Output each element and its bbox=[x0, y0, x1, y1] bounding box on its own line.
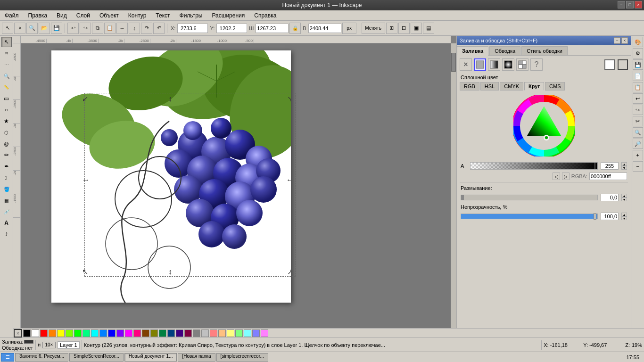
palette-pink[interactable] bbox=[210, 329, 217, 337]
palette-green[interactable] bbox=[74, 329, 82, 337]
menu-text[interactable]: Текст bbox=[153, 11, 173, 20]
tool-text[interactable]: A bbox=[1, 218, 12, 228]
tb-undo[interactable]: ↩ bbox=[67, 23, 79, 34]
tool-calligraphy[interactable]: ℐ bbox=[1, 173, 12, 183]
taskbar-item-4[interactable]: [Новая папка bbox=[178, 353, 215, 362]
palette-teal[interactable] bbox=[159, 329, 166, 337]
menu-view[interactable]: Вид bbox=[54, 11, 70, 20]
palette-silver[interactable] bbox=[201, 329, 209, 337]
ri-btn5[interactable]: ↩ bbox=[633, 93, 643, 104]
alpha-input[interactable] bbox=[601, 162, 619, 170]
menu-object[interactable]: Объект bbox=[97, 11, 122, 20]
palette-spring[interactable] bbox=[83, 329, 90, 337]
tool-star[interactable]: ★ bbox=[1, 116, 12, 126]
start-button[interactable]: ☰ bbox=[1, 353, 14, 362]
fill-flat-btn[interactable] bbox=[474, 58, 486, 71]
palette-magenta[interactable] bbox=[125, 329, 132, 337]
opacity-down[interactable]: ▼ bbox=[621, 216, 627, 220]
ri-btn10[interactable]: + bbox=[633, 150, 643, 160]
tb-open[interactable]: 📂 bbox=[39, 23, 50, 34]
next-color-btn[interactable]: ▷ bbox=[562, 173, 570, 180]
opacity-input[interactable] bbox=[601, 213, 619, 220]
tb-save[interactable]: 💾 bbox=[51, 23, 62, 34]
palette-peach[interactable] bbox=[218, 329, 226, 337]
ri-btn6[interactable]: ↪ bbox=[633, 105, 643, 115]
tab-fill[interactable]: Заливка bbox=[457, 46, 488, 56]
palette-lightyellow[interactable] bbox=[227, 329, 234, 337]
taskbar-item-1[interactable]: Занятие 6. Рисуем... bbox=[15, 353, 68, 362]
stroke-stroke-indicator[interactable] bbox=[618, 59, 628, 70]
palette-olive[interactable] bbox=[150, 329, 158, 337]
menu-help[interactable]: Справка bbox=[251, 11, 279, 20]
n-indicator[interactable]: н bbox=[38, 342, 41, 347]
tool-3d-box[interactable]: ⬡ bbox=[1, 127, 12, 138]
taskbar-item-5[interactable]: [simplescreenrecor... bbox=[216, 353, 268, 362]
palette-red[interactable] bbox=[40, 329, 48, 337]
palette-none[interactable]: × bbox=[14, 329, 22, 337]
opacity-slider[interactable] bbox=[461, 214, 598, 219]
tool-pencil[interactable]: ✏ bbox=[1, 150, 12, 160]
palette-lightcyan[interactable] bbox=[244, 329, 251, 337]
tool-node[interactable]: ⌗ bbox=[1, 48, 12, 58]
color-wheel[interactable] bbox=[513, 95, 575, 156]
palette-white[interactable] bbox=[32, 329, 39, 337]
tool-ellipse[interactable]: ○ bbox=[1, 105, 12, 115]
ri-btn11[interactable]: − bbox=[633, 161, 643, 172]
ri-btn2[interactable]: 💾 bbox=[633, 59, 643, 70]
tb-rotate-cw[interactable]: ↷ bbox=[141, 23, 152, 34]
palette-brown[interactable] bbox=[142, 329, 149, 337]
unit-select[interactable]: px bbox=[342, 23, 356, 34]
menu-file[interactable]: Файл bbox=[2, 11, 22, 20]
color-tab-cmyk[interactable]: CMYK bbox=[500, 82, 523, 90]
menu-extensions[interactable]: Расширения bbox=[209, 11, 248, 20]
palette-orange[interactable] bbox=[49, 329, 56, 337]
menu-path[interactable]: Контур bbox=[125, 11, 149, 20]
palette-lime[interactable] bbox=[66, 329, 73, 337]
tb-node[interactable]: ⌖ bbox=[14, 23, 25, 34]
opacity-up[interactable]: ▲ bbox=[621, 213, 627, 216]
tb-flip-h[interactable]: ↔ bbox=[116, 23, 128, 34]
ri-btn8[interactable]: 🔍 bbox=[633, 127, 643, 138]
tool-connect[interactable]: ⤴ bbox=[1, 229, 12, 239]
maximize-button[interactable]: □ bbox=[626, 1, 634, 8]
tb-align[interactable]: ⊞ bbox=[386, 23, 397, 34]
taskbar-item-2[interactable]: SimpleScreenRecor... bbox=[69, 353, 124, 362]
palette-rose[interactable] bbox=[133, 329, 141, 337]
tb-flip-v[interactable]: ↕ bbox=[129, 23, 140, 34]
palette-violet[interactable] bbox=[116, 329, 124, 337]
tool-select[interactable]: ↖ bbox=[1, 37, 12, 47]
color-tab-cms[interactable]: CMS bbox=[545, 82, 565, 90]
transform-btn[interactable]: Менять bbox=[362, 23, 385, 34]
fill-linear-btn[interactable] bbox=[488, 58, 500, 71]
alpha-slider[interactable] bbox=[470, 162, 598, 170]
palette-gray[interactable] bbox=[193, 329, 200, 337]
palette-cyan[interactable] bbox=[91, 329, 99, 337]
tb-copy[interactable]: ⧉ bbox=[92, 23, 103, 34]
scrollbar-vertical[interactable] bbox=[451, 43, 456, 356]
fill-none-btn[interactable]: × bbox=[460, 58, 472, 71]
rgba-input[interactable] bbox=[589, 173, 627, 180]
tool-pen[interactable]: ✒ bbox=[1, 161, 12, 172]
panel-minimize[interactable]: − bbox=[614, 37, 620, 44]
palette-lightpink[interactable] bbox=[261, 329, 268, 337]
tb-select[interactable]: ↖ bbox=[2, 23, 13, 34]
palette-yellow[interactable] bbox=[57, 329, 65, 337]
tool-rect[interactable]: ▭ bbox=[1, 93, 12, 104]
x-input[interactable] bbox=[177, 24, 208, 33]
menu-layer[interactable]: Слой bbox=[74, 11, 93, 20]
ri-btn4[interactable]: 📋 bbox=[633, 82, 643, 92]
tb-ungroup[interactable]: ▤ bbox=[423, 23, 434, 34]
w-input[interactable] bbox=[256, 24, 289, 33]
tb-paste[interactable]: 📋 bbox=[104, 23, 116, 34]
minimize-button[interactable]: − bbox=[618, 1, 625, 8]
ri-color1[interactable]: 🎨 bbox=[633, 37, 643, 47]
blur-input[interactable] bbox=[601, 194, 619, 201]
fill-pattern-btn[interactable] bbox=[516, 58, 528, 71]
blur-down[interactable]: ▼ bbox=[621, 197, 627, 201]
alpha-down[interactable]: ▼ bbox=[621, 166, 627, 170]
taskbar-item-3[interactable]: Новый документ 1... bbox=[124, 353, 177, 362]
tb-zoom[interactable]: 🔍 bbox=[26, 23, 38, 34]
tb-dist[interactable]: ⊟ bbox=[398, 23, 410, 34]
palette-lightblue[interactable] bbox=[252, 329, 260, 337]
palette-blue[interactable] bbox=[108, 329, 116, 337]
